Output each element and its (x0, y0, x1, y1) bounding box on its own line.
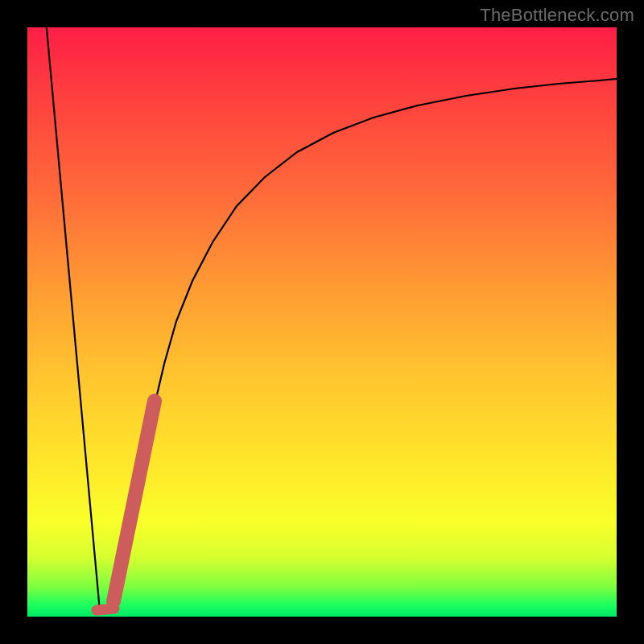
chart-frame: TheBottleneck.com (0, 0, 644, 644)
svg-line-0 (114, 401, 155, 601)
left-steep-line (45, 11, 100, 611)
bottleneck-curve (111, 79, 617, 605)
watermark-text: TheBottleneck.com (480, 5, 634, 26)
plot-area (27, 27, 617, 617)
highlight-segment (114, 401, 155, 601)
svg-line-1 (97, 609, 114, 610)
chart-svg (27, 27, 617, 617)
minimum-marker (97, 609, 114, 610)
